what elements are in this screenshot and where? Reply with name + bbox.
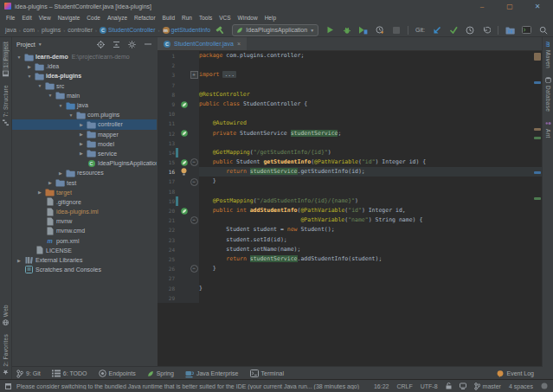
code-line-7[interactable]: 7 xyxy=(158,80,543,90)
tree-item-idea-plugins[interactable]: ▼idea-plugins xyxy=(12,71,157,80)
tool-stripe-button-maven[interactable]: mMaven xyxy=(545,42,551,68)
tool-stripe-button-favorites[interactable]: 2: Favorites xyxy=(3,334,9,376)
status-message[interactable]: Please consider switching to the bundled… xyxy=(16,383,369,389)
stripe-mark-2[interactable] xyxy=(534,128,541,131)
stop-button[interactable] xyxy=(391,24,401,35)
tree-item--idea[interactable]: ▶.idea xyxy=(12,61,157,71)
code-line-21[interactable]: 21− @PathVariable("name") String name) { xyxy=(158,215,543,225)
menu-vcs[interactable]: VCS xyxy=(215,15,234,21)
spring-bean-icon[interactable] xyxy=(178,208,190,215)
breadcrumb-item-controller[interactable]: controller xyxy=(68,27,93,33)
code-line-9[interactable]: 9public class StudentController { xyxy=(158,100,543,109)
stripe-mark-0[interactable] xyxy=(534,53,541,61)
tree-item-model[interactable]: ▶model xyxy=(12,139,157,149)
code-line-11[interactable]: 11 @Autowired xyxy=(158,119,543,128)
tree-item-main[interactable]: ▼main xyxy=(12,91,157,100)
tree-collapsed-icon[interactable]: ▶ xyxy=(15,258,23,263)
commit-button[interactable] xyxy=(448,24,458,35)
code-line-16[interactable]: 16 return studentService.getStudentInfo(… xyxy=(158,167,543,177)
history-button[interactable] xyxy=(465,24,474,35)
fold-minus-icon[interactable]: − xyxy=(190,216,198,224)
console-button[interactable] xyxy=(522,24,531,35)
fold-minus-icon[interactable]: − xyxy=(190,265,198,273)
tool-stripe-button-structure[interactable]: 7: Structure xyxy=(3,85,9,125)
menu-file[interactable]: File xyxy=(3,15,18,21)
tree-item-license[interactable]: LICENSE xyxy=(12,246,157,255)
tree-item-idea-plugins-iml[interactable]: idea-plugins.iml xyxy=(12,207,157,216)
tree-item-scratches-and-consoles[interactable]: Scratches and Consoles xyxy=(12,265,157,274)
menu-code[interactable]: Code xyxy=(83,15,104,21)
tree-item-service[interactable]: ▶service xyxy=(12,149,157,158)
fold-minus-icon[interactable]: − xyxy=(190,178,198,186)
tree-item-controller[interactable]: ▶controller xyxy=(12,119,157,129)
fold-minus-icon[interactable]: − xyxy=(190,158,198,166)
tree-expanded-icon[interactable]: ▼ xyxy=(67,112,75,118)
tree-collapsed-icon[interactable]: ▶ xyxy=(56,170,65,176)
hide-panel-button[interactable] xyxy=(143,39,152,50)
tree-item-external-libraries[interactable]: ▶External Libraries xyxy=(12,255,157,265)
fold-plus-icon[interactable]: + xyxy=(190,71,198,79)
menu-edit[interactable]: Edit xyxy=(18,15,35,21)
indent-widget[interactable]: 4 spaces xyxy=(509,383,533,389)
line-ending-widget[interactable]: CRLF xyxy=(396,383,412,389)
tool-stripe-button-project[interactable]: 1: Project xyxy=(3,42,9,76)
menu-refactor[interactable]: Refactor xyxy=(131,15,159,21)
breadcrumb-item-com[interactable]: com xyxy=(23,27,35,33)
code-editor[interactable]: 1package com.plugins.controller;2 3+impo… xyxy=(158,51,543,367)
code-line-10[interactable]: 10 xyxy=(158,109,543,119)
build-hammer-button[interactable] xyxy=(215,24,225,35)
close-button[interactable]: ✕ xyxy=(533,3,542,10)
search-everywhere-button[interactable] xyxy=(538,24,548,35)
code-line-14[interactable]: 14 @GetMapping("/getStudentInfo/{id}") xyxy=(158,148,543,157)
menu-help[interactable]: Help xyxy=(261,15,280,21)
menu-tools[interactable]: Tools xyxy=(196,15,215,21)
code-line-17[interactable]: 17− } xyxy=(158,177,543,186)
breadcrumb-item-getstudentinfo[interactable]: mgetStudentInfo xyxy=(163,27,211,34)
locate-button[interactable] xyxy=(96,39,106,50)
tree-item-java[interactable]: ▼java xyxy=(12,100,157,110)
close-icon[interactable]: × xyxy=(237,41,241,47)
info-circle-icon[interactable] xyxy=(541,382,548,389)
encoding-widget[interactable]: UTF-8 xyxy=(421,383,438,389)
tree-item-test[interactable]: ▶test xyxy=(12,177,157,187)
tool-window-button-spring[interactable]: Spring xyxy=(147,370,174,377)
menu-run[interactable]: Run xyxy=(178,15,196,21)
code-line-20[interactable]: 20 public int addStudentInfo(@PathVariab… xyxy=(158,206,543,215)
tool-window-button-6-todo[interactable]: 6: TODO xyxy=(52,370,87,377)
tool-window-button-endpoints[interactable]: Endpoints xyxy=(99,370,136,377)
coverage-button[interactable] xyxy=(358,24,368,35)
tree-item-mvnw-cmd[interactable]: mvnw.cmd xyxy=(12,226,157,235)
code-line-27[interactable]: 27 xyxy=(158,273,543,283)
tool-stripe-button-database[interactable]: Database xyxy=(545,77,551,112)
tree-collapsed-icon[interactable]: ▶ xyxy=(77,122,86,127)
tool-window-button-terminal[interactable]: Terminal xyxy=(250,370,284,377)
intention-bulb-icon[interactable] xyxy=(178,168,190,176)
code-line-15[interactable]: 15− public Student getStudentInfo(@PathV… xyxy=(158,157,543,167)
tree-item-resources[interactable]: ▶resources xyxy=(12,168,157,177)
code-line-22[interactable]: 22 Student student = new Student(); xyxy=(158,225,543,235)
code-line-8[interactable]: 8@RestController xyxy=(158,90,543,100)
tree-expanded-icon[interactable]: ▼ xyxy=(25,74,34,79)
tool-stripe-button-web[interactable]: Web xyxy=(3,305,9,325)
code-line-2[interactable]: 2 xyxy=(158,61,543,70)
minimize-button[interactable]: – xyxy=(478,3,486,10)
run-config-combo[interactable]: IdeaPluginsApplication▼ xyxy=(232,24,318,36)
menu-navigate[interactable]: Navigate xyxy=(55,15,84,21)
breadcrumb-item-studentcontroller[interactable]: CStudentController xyxy=(100,27,155,34)
tree-item-com-plugins[interactable]: ▼com.plugins xyxy=(12,110,157,119)
spring-bean-icon[interactable] xyxy=(178,101,190,108)
code-line-23[interactable]: 23 student.setId(id); xyxy=(158,235,543,245)
stripe-mark-4[interactable] xyxy=(534,171,541,174)
code-line-12[interactable]: 12 private StudentService studentService… xyxy=(158,129,543,138)
collapse-all-button[interactable] xyxy=(112,39,121,50)
tree-expanded-icon[interactable]: ▼ xyxy=(35,83,44,88)
menu-view[interactable]: View xyxy=(35,15,55,21)
tree-item-mvnw[interactable]: mvnw xyxy=(12,216,157,226)
stripe-mark-5[interactable] xyxy=(534,197,541,200)
tree-collapsed-icon[interactable]: ▶ xyxy=(77,151,86,156)
tool-window-button-java-enterprise[interactable]: Java Enterprise xyxy=(185,370,239,378)
menu-build[interactable]: Build xyxy=(159,15,178,21)
code-line-26[interactable]: 26− } xyxy=(158,264,543,273)
rollback-button[interactable] xyxy=(481,24,491,35)
caret-position-widget[interactable]: 16:22 xyxy=(374,383,389,389)
